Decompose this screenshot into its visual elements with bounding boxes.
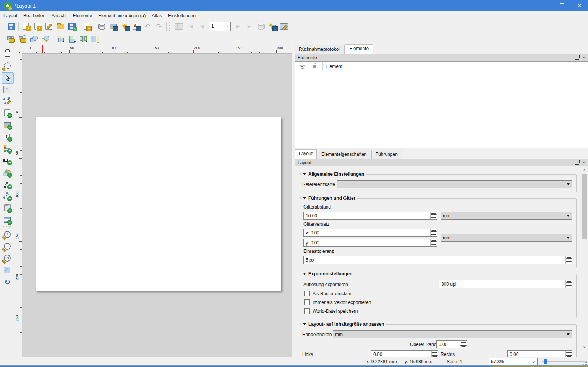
menu-elemente[interactable]: Elemente bbox=[70, 12, 95, 19]
zoom-out-tool[interactable]: − bbox=[2, 241, 13, 252]
grid-offset-y-spinbox[interactable]: y: 0.00 bbox=[303, 239, 437, 247]
reference-map-combo[interactable] bbox=[337, 180, 572, 188]
save-world-file-checkbox[interactable]: World-Datei speichern bbox=[304, 308, 358, 314]
grid-offset-unit-combo[interactable]: mm bbox=[441, 234, 572, 242]
maximize-button[interactable] bbox=[553, 0, 571, 11]
first-feature-button[interactable]: |◀ bbox=[185, 21, 196, 32]
add-attribute-table-tool[interactable]: + bbox=[2, 215, 13, 225]
always-export-as-vector-checkbox[interactable]: Immer als Vektor exportieren bbox=[304, 299, 371, 305]
zoom-tool[interactable] bbox=[2, 60, 13, 71]
window-resize-grip[interactable] bbox=[583, 361, 587, 365]
atlas-page-combo[interactable]: 1 ∨ bbox=[209, 22, 231, 31]
save-button[interactable] bbox=[5, 21, 17, 32]
add-label-tool[interactable]: T+ bbox=[2, 131, 13, 142]
add-picture-tool[interactable]: + bbox=[2, 120, 13, 130]
next-feature-button[interactable]: ▶ bbox=[232, 21, 244, 32]
add-shape-tool[interactable]: + bbox=[2, 167, 13, 178]
menu-ansicht[interactable]: Ansicht bbox=[49, 12, 70, 19]
spin-buttons[interactable] bbox=[430, 239, 437, 246]
general-settings-header[interactable]: Allgemeine Einstellungen bbox=[301, 171, 366, 177]
zoom-full-tool[interactable]: ⤢ bbox=[2, 265, 13, 275]
add-node-item-tool[interactable]: + bbox=[2, 191, 13, 202]
refresh-view-tool[interactable]: ↻ bbox=[2, 276, 13, 287]
group-items-button[interactable] bbox=[28, 34, 40, 44]
export-as-pdf-button[interactable]: A→ bbox=[130, 21, 142, 32]
redo-button[interactable]: ↷ bbox=[153, 21, 165, 32]
atlas-settings-button[interactable] bbox=[278, 21, 290, 32]
print-button[interactable] bbox=[96, 21, 107, 32]
last-feature-button[interactable]: ▶| bbox=[244, 21, 255, 32]
resize-to-content-header[interactable]: Layout- auf Inhaltsgröße anpassen bbox=[301, 322, 386, 327]
spin-buttons[interactable] bbox=[430, 229, 437, 236]
margin-units-combo[interactable]: mm bbox=[333, 330, 572, 338]
export-atlas-button[interactable]: ∗→ bbox=[267, 21, 278, 32]
duplicate-layout-button[interactable]: ★ bbox=[32, 21, 43, 32]
zoom-in-tool[interactable]: + bbox=[2, 229, 13, 240]
zoom-level-combo[interactable]: 57.3% ∨ bbox=[489, 358, 538, 365]
layout-page[interactable] bbox=[36, 117, 281, 291]
toolbar-grip[interactable] bbox=[169, 22, 172, 31]
raise-selected-items-button[interactable] bbox=[55, 34, 66, 44]
top-margin-spinbox[interactable]: 0.00 bbox=[436, 340, 467, 348]
tab-fuehrungen[interactable]: Führungen bbox=[371, 150, 402, 159]
add-items-from-template-button[interactable] bbox=[55, 21, 66, 32]
add-scale-bar-tool[interactable]: + bbox=[2, 155, 13, 166]
new-layout-button[interactable]: ★ bbox=[20, 21, 32, 32]
float-panel-icon[interactable] bbox=[575, 56, 579, 60]
grid-offset-x-spinbox[interactable]: x: 0.00 bbox=[303, 229, 437, 237]
close-panel-icon[interactable]: × bbox=[582, 55, 585, 60]
add-pages-tool[interactable]: + bbox=[2, 108, 13, 118]
export-resolution-spinbox[interactable]: 300 dpi bbox=[439, 280, 572, 288]
zoom-actual-size-tool[interactable]: 1:1 bbox=[2, 253, 13, 264]
preview-atlas-button[interactable] bbox=[173, 21, 185, 32]
save-as-template-button[interactable]: ✎ bbox=[66, 21, 78, 32]
tab-ruecknahmeprotokoll[interactable]: Rücknahmeprotokoll bbox=[295, 45, 345, 54]
spin-buttons[interactable] bbox=[565, 280, 572, 288]
layout-panel-scrollbar[interactable]: ∧ ∨ bbox=[581, 167, 588, 350]
menu-element-hinzufuegen[interactable]: Element hinzufügen (a) bbox=[95, 12, 149, 19]
grid-spacing-spinbox[interactable]: 10.00 bbox=[303, 212, 437, 220]
print-atlas-button[interactable] bbox=[255, 21, 267, 32]
spin-buttons[interactable] bbox=[460, 341, 467, 348]
guides-grid-header[interactable]: Führungen und Gitter bbox=[301, 196, 357, 201]
select-move-item-tool[interactable] bbox=[2, 72, 14, 84]
resize-selected-items-button[interactable]: ↔ bbox=[89, 34, 100, 44]
menu-atlas[interactable]: Atlas bbox=[149, 12, 165, 19]
print-as-raster-checkbox[interactable]: Als Raster drucken bbox=[304, 291, 351, 296]
zoom-slider-handle[interactable] bbox=[544, 359, 547, 364]
spin-buttons[interactable] bbox=[565, 256, 572, 264]
scroll-down-icon[interactable]: ∨ bbox=[581, 343, 588, 350]
layout-manager-button[interactable] bbox=[43, 21, 55, 32]
zoom-slider-track[interactable] bbox=[542, 361, 585, 362]
align-selected-items-button[interactable] bbox=[66, 34, 78, 44]
scroll-up-icon[interactable]: ∧ bbox=[581, 167, 588, 173]
pan-layout-tool[interactable] bbox=[2, 48, 13, 59]
close-panel-icon[interactable]: × bbox=[582, 160, 585, 165]
previous-feature-button[interactable]: ◀ bbox=[196, 21, 207, 32]
toolbar-grip[interactable] bbox=[2, 35, 4, 43]
ungroup-items-button[interactable] bbox=[40, 34, 51, 44]
export-settings-header[interactable]: Exporteinstellungen bbox=[301, 271, 354, 276]
move-item-content-tool[interactable]: ↑ bbox=[2, 84, 13, 95]
undo-button[interactable]: ↶ bbox=[142, 21, 153, 32]
lock-selected-items-button[interactable] bbox=[5, 34, 17, 44]
float-panel-icon[interactable] bbox=[575, 161, 579, 165]
close-button[interactable]: × bbox=[571, 0, 588, 11]
edit-nodes-item-tool[interactable] bbox=[2, 96, 13, 107]
toolbar-grip[interactable] bbox=[2, 22, 4, 31]
add-html-tool[interactable]: + bbox=[2, 203, 13, 213]
elements-table[interactable]: Element bbox=[295, 61, 588, 148]
menu-layout[interactable]: Layout bbox=[0, 12, 20, 19]
menu-einstellungen[interactable]: Einstellungen bbox=[165, 12, 199, 19]
tab-elementeigenschaften[interactable]: Elementeigenschaften bbox=[317, 150, 371, 159]
add-pages-button[interactable]: ★ bbox=[81, 21, 92, 32]
scrollbar-thumb[interactable] bbox=[582, 174, 587, 239]
tab-elemente[interactable]: Elemente bbox=[345, 44, 373, 54]
spin-buttons[interactable] bbox=[430, 212, 437, 219]
tab-layout[interactable]: Layout bbox=[295, 149, 317, 159]
menu-bearbeiten[interactable]: Bearbeiten bbox=[20, 12, 49, 19]
grid-spacing-unit-combo[interactable]: mm bbox=[441, 212, 572, 220]
add-legend-tool[interactable]: + bbox=[2, 143, 13, 154]
add-arrow-tool[interactable]: ↗+ bbox=[2, 179, 13, 190]
unlock-all-items-button[interactable] bbox=[17, 34, 28, 44]
